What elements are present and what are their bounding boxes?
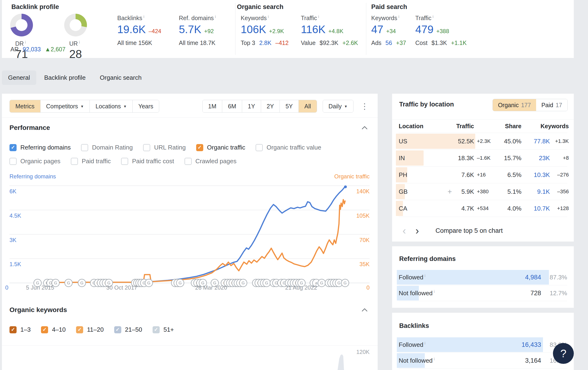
not-followed-percent: 12.7% xyxy=(541,290,567,297)
followed-value[interactable]: 4,984 xyxy=(503,274,541,281)
checkbox[interactable]: ✓ xyxy=(185,158,192,165)
keywords-value[interactable]: 10.7K xyxy=(521,205,550,212)
toggle-organic[interactable]: Organic177 xyxy=(493,99,536,111)
backlinks-title: Backlinks xyxy=(399,322,429,330)
backlinks-label: Backlinks xyxy=(117,15,142,21)
filter-paid-traffic[interactable]: ✓ Paid traffic xyxy=(71,158,111,165)
years-button[interactable]: Years xyxy=(132,100,159,112)
tab-organic-search[interactable]: Organic search xyxy=(94,70,147,85)
tab-backlink-profile[interactable]: Backlink profile xyxy=(38,70,92,85)
prev-page-icon[interactable]: ‹ xyxy=(399,226,409,235)
info-icon[interactable]: i xyxy=(425,274,425,278)
keywords-value[interactable]: 9.1K xyxy=(521,188,550,195)
range-1y[interactable]: 1Y xyxy=(242,100,261,112)
granularity-select[interactable]: Daily▼ xyxy=(323,100,354,113)
competitors-button[interactable]: Competitors▼ xyxy=(40,100,90,112)
dr-donut xyxy=(10,14,33,36)
info-icon[interactable]: i xyxy=(79,40,80,44)
help-button[interactable]: ? xyxy=(553,343,574,364)
bucket-4-10[interactable]: ✓ 4–10 xyxy=(41,326,66,333)
ahrefs-rank-row: AR 92,033 ▲2,607 xyxy=(10,46,65,53)
checkbox[interactable]: ✓ xyxy=(256,144,263,151)
filter-crawled-pages[interactable]: ✓ Crawled pages xyxy=(185,158,236,165)
keywords-delta: +1.3K xyxy=(550,138,569,144)
svg-text:21 Aug 2022: 21 Aug 2022 xyxy=(285,284,317,291)
checkbox[interactable]: ✓ xyxy=(41,326,48,333)
range-6m[interactable]: 6M xyxy=(222,100,242,112)
svg-text:35K: 35K xyxy=(359,261,369,267)
ref-domains-metric: Ref. domainsi 5.7K+92 All time 18.7K xyxy=(179,15,216,46)
info-icon[interactable]: i xyxy=(425,341,425,345)
checkbox[interactable]: ✓ xyxy=(71,158,78,165)
organic-keywords-delta: +2.9K xyxy=(269,28,284,35)
info-icon[interactable]: i xyxy=(268,15,269,19)
svg-text:70K: 70K xyxy=(359,237,369,243)
collapse-icon[interactable] xyxy=(362,126,368,130)
checkbox[interactable]: ✓ xyxy=(81,144,88,151)
filter-referring-domains[interactable]: ✓ Referring domains xyxy=(10,144,71,151)
checkbox[interactable]: ✓ xyxy=(10,158,17,165)
checkbox[interactable]: ✓ xyxy=(76,326,83,333)
range-2y[interactable]: 2Y xyxy=(261,100,280,112)
bucket-21-50[interactable]: ✓ 21–50 xyxy=(114,326,142,333)
info-icon[interactable]: i xyxy=(434,290,435,294)
location-row-ca[interactable]: CA 4.7K +534 4.0% 10.7K +128 xyxy=(399,200,567,217)
checkbox[interactable]: ✓ xyxy=(114,326,121,333)
performance-title: Performance xyxy=(10,124,50,131)
ahrefs-dashboard: Backlink profile DRi 71 URi 28 Backlinks… xyxy=(0,0,588,370)
collapse-icon[interactable] xyxy=(362,308,368,313)
tab-general[interactable]: General xyxy=(2,70,36,85)
info-icon[interactable]: i xyxy=(433,15,433,19)
range-1m[interactable]: 1M xyxy=(203,100,222,112)
info-icon[interactable]: i xyxy=(25,40,26,44)
checkbox[interactable]: ✓ xyxy=(153,326,160,333)
keywords-delta: +128 xyxy=(550,205,569,211)
info-icon[interactable]: i xyxy=(318,15,319,19)
checkbox[interactable]: ✓ xyxy=(10,326,17,333)
toggle-paid[interactable]: Paid17 xyxy=(536,99,567,111)
info-icon[interactable]: i xyxy=(399,15,399,19)
ar-value[interactable]: 92,033 xyxy=(23,46,41,52)
bucket-1-3[interactable]: ✓ 1–3 xyxy=(10,326,31,333)
checkbox[interactable]: ✓ xyxy=(143,144,150,151)
checkbox[interactable]: ✓ xyxy=(10,144,17,151)
backlinks-value[interactable]: 19.6K xyxy=(117,23,146,36)
more-options-icon[interactable]: ⋮ xyxy=(359,100,370,112)
info-icon[interactable]: i xyxy=(215,15,216,19)
svg-text:105K: 105K xyxy=(356,212,369,219)
filter-url-rating[interactable]: ✓ URL Rating xyxy=(143,144,186,151)
next-page-icon[interactable]: › xyxy=(412,226,422,235)
location-row-ph[interactable]: PH 7.6K +16 6.5% 10.3K –276 xyxy=(399,167,567,183)
paid-traffic-value[interactable]: 479 xyxy=(415,23,433,36)
location-row-us[interactable]: US 52.5K +2.3K 45.0% 77.8K +1.3K xyxy=(399,133,567,150)
organic-keywords-value[interactable]: 106K xyxy=(241,23,266,36)
locations-button[interactable]: Locations▼ xyxy=(90,100,132,112)
info-icon[interactable]: i xyxy=(144,15,145,19)
followed-value[interactable]: 16,433 xyxy=(503,341,541,349)
location-row-in[interactable]: IN 18.3K –1.6K 15.7% 23K +8 xyxy=(399,150,567,167)
filter-paid-traffic-cost[interactable]: ✓ Paid traffic cost xyxy=(121,158,174,165)
range-5y[interactable]: 5Y xyxy=(280,100,298,112)
keywords-value[interactable]: 23K xyxy=(521,154,550,162)
metrics-button[interactable]: Metrics xyxy=(10,100,40,112)
filter-organic-traffic[interactable]: ✓ Organic traffic xyxy=(196,144,245,151)
filter-organic-traffic-value[interactable]: ✓ Organic traffic value xyxy=(256,144,321,151)
bucket-11-20[interactable]: ✓ 11–20 xyxy=(76,326,104,333)
keywords-value[interactable]: 10.3K xyxy=(521,171,550,179)
bucket-51plus[interactable]: ✓ 51+ xyxy=(153,326,174,333)
paid-keywords-value[interactable]: 47 xyxy=(371,23,383,36)
range-all[interactable]: All xyxy=(298,100,317,112)
location-row-gb[interactable]: + GB 5.9K +380 5.1% 9.1K –356 xyxy=(399,183,567,200)
checkbox[interactable]: ✓ xyxy=(121,158,128,165)
ref-domains-value[interactable]: 5.7K xyxy=(179,23,201,36)
ads-value[interactable]: 56 xyxy=(385,40,392,46)
organic-traffic-value[interactable]: 116K xyxy=(301,23,326,36)
filter-organic-pages[interactable]: ✓ Organic pages xyxy=(10,158,60,165)
top3-value[interactable]: 2.8K xyxy=(259,40,271,46)
keywords-value[interactable]: 77.8K xyxy=(521,138,550,145)
traffic-delta: +16 xyxy=(474,172,499,178)
filter-domain-rating[interactable]: ✓ Domain Rating xyxy=(81,144,133,151)
info-icon[interactable]: i xyxy=(434,357,435,361)
checkbox[interactable]: ✓ xyxy=(196,144,203,151)
compare-top5-link[interactable]: Compare top 5 on chart xyxy=(435,227,503,234)
